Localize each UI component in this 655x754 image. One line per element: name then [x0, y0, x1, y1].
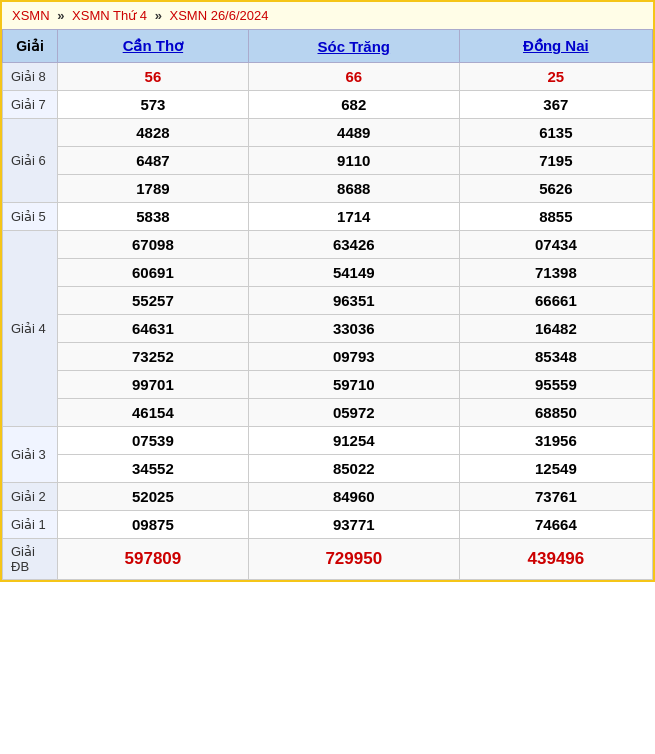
table-cell: 63426 [248, 231, 459, 259]
row-label: Giải 8 [3, 63, 58, 91]
table-cell: 71398 [459, 259, 652, 287]
table-row: Giải 1098759377174664 [3, 511, 653, 539]
header-dongnai: Đồng Nai [459, 30, 652, 63]
table-cell: 73252 [58, 343, 249, 371]
table-cell: 439496 [459, 539, 652, 580]
row-label: Giải 1 [3, 511, 58, 539]
table-row: Giải 7573682367 [3, 91, 653, 119]
table-cell: 07434 [459, 231, 652, 259]
table-row: Giải 6482844896135 [3, 119, 653, 147]
table-cell: 64631 [58, 315, 249, 343]
row-label: Giải 7 [3, 91, 58, 119]
outer-wrapper: XSMN » XSMN Thứ 4 » XSMN 26/6/2024 Giải … [0, 0, 655, 582]
table-cell: 6487 [58, 147, 249, 175]
table-cell: 59710 [248, 371, 459, 399]
table-cell: 68850 [459, 399, 652, 427]
table-cell: 16482 [459, 315, 652, 343]
table-cell: 09793 [248, 343, 459, 371]
header-giai: Giải [3, 30, 58, 63]
breadcrumb: XSMN » XSMN Thứ 4 » XSMN 26/6/2024 [2, 2, 653, 29]
table-row: Giải 2520258496073761 [3, 483, 653, 511]
table-cell: 93771 [248, 511, 459, 539]
table-row: Giải 5583817148855 [3, 203, 653, 231]
table-cell: 66 [248, 63, 459, 91]
table-row: 461540597268850 [3, 399, 653, 427]
sep2: » [155, 8, 162, 23]
table-cell: 95559 [459, 371, 652, 399]
table-cell: 34552 [58, 455, 249, 483]
row-label: Giải 3 [3, 427, 58, 483]
sep1: » [57, 8, 64, 23]
table-cell: 74664 [459, 511, 652, 539]
table-cell: 99701 [58, 371, 249, 399]
table-cell: 573 [58, 91, 249, 119]
breadcrumb-thu4[interactable]: XSMN Thứ 4 [72, 8, 147, 23]
table-cell: 1714 [248, 203, 459, 231]
table-cell: 25 [459, 63, 652, 91]
row-label: Giải 6 [3, 119, 58, 203]
table-row: Giải ĐB597809729950439496 [3, 539, 653, 580]
header-cantho: Cần Thơ [58, 30, 249, 63]
table-cell: 8688 [248, 175, 459, 203]
table-cell: 597809 [58, 539, 249, 580]
table-cell: 05972 [248, 399, 459, 427]
table-cell: 12549 [459, 455, 652, 483]
table-cell: 8855 [459, 203, 652, 231]
row-label: Giải 2 [3, 483, 58, 511]
table-cell: 66661 [459, 287, 652, 315]
table-row: 178986885626 [3, 175, 653, 203]
table-cell: 91254 [248, 427, 459, 455]
table-row: 648791107195 [3, 147, 653, 175]
table-cell: 367 [459, 91, 652, 119]
table-row: 997015971095559 [3, 371, 653, 399]
table-cell: 56 [58, 63, 249, 91]
table-cell: 85022 [248, 455, 459, 483]
table-cell: 6135 [459, 119, 652, 147]
table-row: 606915414971398 [3, 259, 653, 287]
table-cell: 5838 [58, 203, 249, 231]
table-row: 646313303616482 [3, 315, 653, 343]
row-label: Giải 4 [3, 231, 58, 427]
table-cell: 4489 [248, 119, 459, 147]
table-cell: 46154 [58, 399, 249, 427]
table-cell: 85348 [459, 343, 652, 371]
lottery-table: Giải Cần Thơ Sóc Trăng Đồng Nai Giải 856… [2, 29, 653, 580]
table-cell: 60691 [58, 259, 249, 287]
table-cell: 96351 [248, 287, 459, 315]
table-cell: 84960 [248, 483, 459, 511]
table-cell: 682 [248, 91, 459, 119]
table-cell: 54149 [248, 259, 459, 287]
table-cell: 73761 [459, 483, 652, 511]
table-row: 552579635166661 [3, 287, 653, 315]
table-cell: 09875 [58, 511, 249, 539]
table-row: 732520979385348 [3, 343, 653, 371]
table-row: Giải 3075399125431956 [3, 427, 653, 455]
table-cell: 729950 [248, 539, 459, 580]
table-row: 345528502212549 [3, 455, 653, 483]
table-row: Giải 4670986342607434 [3, 231, 653, 259]
breadcrumb-home[interactable]: XSMN [12, 8, 50, 23]
table-cell: 07539 [58, 427, 249, 455]
table-row: Giải 8566625 [3, 63, 653, 91]
row-label: Giải ĐB [3, 539, 58, 580]
table-cell: 9110 [248, 147, 459, 175]
table-cell: 67098 [58, 231, 249, 259]
breadcrumb-date[interactable]: XSMN 26/6/2024 [169, 8, 268, 23]
table-cell: 52025 [58, 483, 249, 511]
table-cell: 7195 [459, 147, 652, 175]
table-cell: 4828 [58, 119, 249, 147]
row-label: Giải 5 [3, 203, 58, 231]
table-cell: 5626 [459, 175, 652, 203]
table-cell: 33036 [248, 315, 459, 343]
header-soctrang: Sóc Trăng [248, 30, 459, 63]
table-cell: 31956 [459, 427, 652, 455]
table-cell: 55257 [58, 287, 249, 315]
table-cell: 1789 [58, 175, 249, 203]
